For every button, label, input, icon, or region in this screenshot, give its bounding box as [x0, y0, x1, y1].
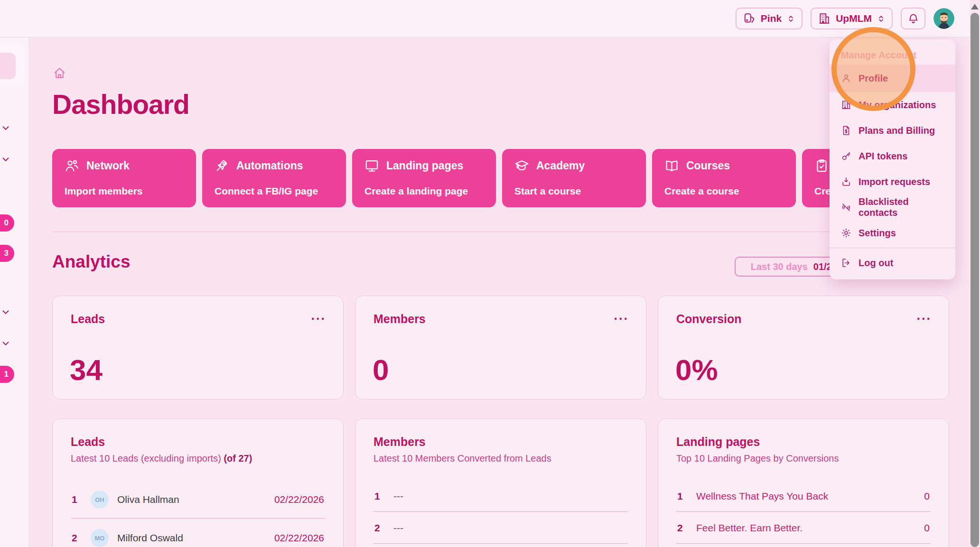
sidebar-count-badge: 1	[0, 366, 14, 383]
logout-icon	[841, 258, 851, 268]
chevron-down-icon[interactable]	[0, 154, 11, 165]
menu-item-settings[interactable]: Settings	[830, 220, 955, 246]
menu-item-api-tokens[interactable]: API tokens	[830, 143, 955, 169]
row-index: 2	[72, 532, 82, 544]
list-title: Members	[373, 435, 628, 449]
menu-item-profile[interactable]: Profile	[830, 65, 955, 92]
menu-item-log-out[interactable]: Log out	[830, 250, 955, 276]
user-avatar[interactable]	[933, 8, 954, 29]
menu-item-label: Profile	[859, 73, 888, 84]
window-scrollbar[interactable]	[970, 0, 980, 547]
stat-value: 34	[70, 353, 103, 387]
landing-page-row[interactable]: 2 Feel Better. Earn Better. 0	[676, 518, 931, 544]
stats-row: Leads ... 34 Members ... 0 Conversion ..…	[52, 296, 949, 399]
quick-action-title: Network	[86, 159, 130, 172]
lead-row[interactable]: 2 MO Milford Oswald 02/22/2026	[71, 524, 325, 547]
row-index: 1	[677, 491, 688, 502]
member-row[interactable]: 2 ---	[373, 518, 628, 544]
clipboard-check-icon	[814, 158, 829, 173]
lead-date: 02/22/2026	[274, 532, 324, 544]
lead-row[interactable]: 1 OH Oliva Hallman 02/22/2026	[71, 486, 325, 519]
quick-action-automations[interactable]: Automations Connect a FB/IG page	[202, 149, 346, 207]
building-icon	[818, 12, 831, 25]
menu-item-label: Settings	[859, 228, 896, 239]
scrollbar-thumb[interactable]	[971, 13, 979, 547]
members-list-card: Members Latest 10 Members Converted from…	[355, 418, 646, 547]
menu-item-label: Log out	[859, 258, 893, 269]
import-icon	[841, 176, 851, 187]
menu-item-label: Blacklisted contacts	[859, 196, 944, 218]
section-divider	[52, 232, 949, 232]
organization-selector-label: UpMLM	[836, 13, 872, 24]
list-subtitle: Latest 10 Leads (excluding imports) (of …	[71, 453, 325, 464]
menu-item-label: Import requests	[859, 176, 930, 187]
analytics-heading: Analytics	[52, 252, 131, 272]
landing-page-row[interactable]: 1 Wellness That Pays You Back 0	[676, 486, 931, 512]
menu-item-import-requests[interactable]: Import requests	[830, 169, 955, 195]
list-subtitle: Latest 10 Members Converted from Leads	[373, 453, 628, 464]
chevron-down-icon[interactable]	[0, 123, 11, 133]
quick-action-landing-pages[interactable]: Landing pages Create a landing page	[352, 149, 496, 207]
quick-action-academy[interactable]: Academy Start a course	[502, 149, 646, 207]
member-name: ---	[393, 522, 627, 534]
quick-action-subtitle: Create a course	[664, 185, 784, 197]
chevron-down-icon[interactable]	[0, 338, 11, 349]
people-icon	[65, 158, 79, 173]
scrollbar-up-arrow-icon[interactable]	[971, 4, 979, 9]
quick-action-courses[interactable]: Courses Create a course	[652, 149, 796, 207]
landing-pages-list-card: Landing pages Top 10 Landing Pages by Co…	[658, 418, 949, 547]
menu-item-blacklisted-contacts[interactable]: Blacklisted contacts	[830, 195, 955, 220]
monitor-icon	[364, 158, 379, 173]
menu-item-label: Plans and Billing	[859, 125, 935, 136]
lead-date: 02/22/2026	[274, 494, 324, 505]
more-options-icon[interactable]: ...	[311, 308, 326, 323]
row-index: 1	[374, 491, 385, 502]
chevron-down-icon[interactable]	[0, 307, 11, 317]
lead-name: Oliva Hallman	[117, 494, 266, 505]
member-row[interactable]: 1 ---	[373, 486, 628, 512]
theme-selector-label: Pink	[761, 13, 782, 24]
graduation-cap-icon	[514, 158, 529, 173]
conversion-count: 0	[924, 491, 930, 502]
stat-title: Members	[373, 312, 628, 326]
list-title: Leads	[71, 435, 325, 449]
member-name: ---	[393, 491, 627, 502]
leads-list-card: Leads Latest 10 Leads (excluding imports…	[52, 418, 344, 547]
list-subtitle: Top 10 Landing Pages by Conversions	[676, 453, 931, 464]
lead-name: Milford Oswald	[117, 532, 266, 544]
quick-action-title: Courses	[686, 159, 730, 172]
mute-icon	[841, 202, 851, 213]
home-breadcrumb-icon[interactable]	[53, 67, 66, 80]
conversion-count: 0	[924, 522, 930, 534]
organization-selector[interactable]: UpMLM	[811, 8, 893, 29]
stat-value: 0	[373, 353, 389, 387]
stat-card-conversion: Conversion ... 0%	[658, 296, 949, 399]
key-icon	[841, 151, 851, 161]
more-options-icon[interactable]: ...	[916, 308, 932, 323]
theme-selector[interactable]: Pink	[736, 8, 803, 29]
book-icon	[664, 158, 679, 173]
quick-action-subtitle: Connect a FB/IG page	[215, 185, 334, 197]
main-content: Dashboard Network Import members	[29, 37, 970, 547]
sidebar-count-badge: 3	[0, 245, 14, 262]
more-options-icon[interactable]: ...	[614, 308, 629, 323]
stat-value: 0%	[675, 353, 718, 387]
landing-page-name: Wellness That Pays You Back	[696, 491, 915, 502]
building-icon	[841, 100, 851, 110]
stat-title: Leads	[71, 312, 325, 326]
quick-action-title: Landing pages	[386, 159, 463, 172]
quick-action-network[interactable]: Network Import members	[52, 149, 196, 207]
stat-title: Conversion	[676, 312, 931, 326]
sidebar: 0 3 1	[0, 37, 29, 547]
row-index: 2	[677, 522, 688, 534]
quick-action-subtitle: Import members	[65, 185, 184, 197]
quick-actions-row: Network Import members Automations Conne…	[52, 149, 949, 207]
unfold-icon	[787, 15, 795, 23]
quick-action-title: Automations	[236, 159, 303, 172]
menu-item-my-organizations[interactable]: My organizations	[830, 92, 955, 118]
landing-page-name: Feel Better. Earn Better.	[696, 522, 915, 534]
notifications-button[interactable]	[901, 8, 925, 29]
quick-action-subtitle: Start a course	[514, 185, 634, 197]
sidebar-count-badge: 0	[0, 214, 14, 232]
menu-item-plans-billing[interactable]: Plans and Billing	[830, 118, 955, 143]
